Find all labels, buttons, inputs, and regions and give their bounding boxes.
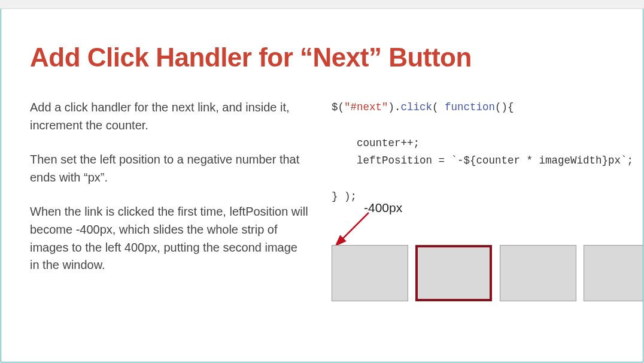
code-function-kw: function xyxy=(445,101,495,113)
arrow-icon xyxy=(332,198,415,252)
code-fn-paren: (){ xyxy=(495,101,514,113)
image-frame xyxy=(332,245,408,301)
paragraph-2: Then set the left position to a negative… xyxy=(30,151,308,186)
code-click-method: click xyxy=(401,101,433,113)
image-frame xyxy=(584,245,643,301)
paragraph-1: Add a click handler for the next link, a… xyxy=(30,99,308,134)
code-open-paren: ( xyxy=(432,101,445,113)
code-dollar: $( xyxy=(332,101,344,113)
slide-title: Add Click Handler for “Next” Button xyxy=(30,44,614,71)
paragraph-3: When the link is clicked the first time,… xyxy=(30,203,308,274)
code-dot: ). xyxy=(388,101,401,113)
image-frame xyxy=(500,245,576,301)
code-template-literal: `-${counter * imageWidth}px` xyxy=(451,155,627,167)
image-frame-selected xyxy=(415,245,492,301)
code-line3b: ; xyxy=(627,155,634,167)
svg-line-0 xyxy=(341,213,369,240)
code-block: $("#next").click( function(){ counter++;… xyxy=(332,99,633,206)
image-strip xyxy=(332,245,643,305)
body-text-column: Add a click handler for the next link, a… xyxy=(30,99,308,291)
code-selector: "#next" xyxy=(344,101,388,113)
slide-card: Add Click Handler for “Next” Button Add … xyxy=(1,8,643,362)
code-line2: counter++; xyxy=(332,137,420,149)
diagram: -400px xyxy=(332,198,643,318)
code-line3a: leftPosition = xyxy=(332,155,451,167)
